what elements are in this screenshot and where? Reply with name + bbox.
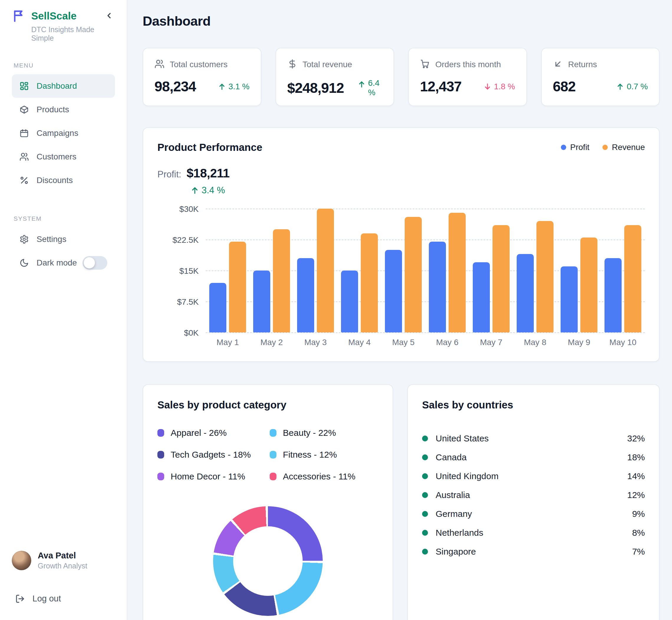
category-legend-item-beauty[interactable]: Beauty - 22%: [270, 428, 355, 438]
logout-icon: [15, 594, 25, 604]
brand-name: SellScale: [31, 10, 76, 22]
bar-revenue: [273, 229, 290, 332]
sidebar-item-products[interactable]: Products: [12, 98, 115, 121]
country-dot: [422, 454, 428, 460]
app-root: SellScale DTC Insights Made Simple MENU …: [0, 0, 672, 620]
sidebar-bottom: Ava Patel Growth Analyst Log out: [12, 551, 115, 604]
sidebar-item-dark-mode[interactable]: Dark mode: [12, 251, 115, 275]
x-tick-label: May 5: [381, 338, 425, 347]
category-legend-item-tech-gadgets[interactable]: Tech Gadgets - 18%: [157, 450, 251, 460]
percent-icon: [19, 175, 29, 185]
box-icon: [19, 105, 29, 114]
stat-label: Orders this month: [435, 60, 501, 69]
bar-profit: [341, 270, 358, 332]
countries-list: United States 32% Canada 18% United King…: [422, 429, 645, 561]
sidebar-item-label: Campaigns: [37, 128, 79, 138]
sidebar-item-campaigns[interactable]: Campaigns: [12, 121, 115, 145]
y-tick-label: $22.5K: [157, 236, 199, 245]
bar-revenue: [361, 234, 378, 332]
cart-icon: [420, 59, 430, 70]
chevron-left-icon: [105, 11, 113, 20]
legend-item-profit[interactable]: Profit: [561, 143, 589, 152]
dark-mode-toggle[interactable]: [83, 256, 107, 270]
bar-profit: [473, 262, 490, 332]
users-icon: [154, 59, 164, 70]
legend-label: Apparel - 26%: [171, 428, 227, 438]
country-dot: [422, 492, 428, 498]
bar-group-may-4: [338, 209, 381, 332]
legend-label: Fitness - 12%: [283, 450, 337, 460]
sidebar-collapse-button[interactable]: [103, 10, 115, 22]
country-row-singapore: Singapore 7%: [422, 542, 645, 561]
sidebar-item-customers[interactable]: Customers: [12, 145, 115, 168]
stats-row: Total customers 98,234 3.1 % Total reven…: [143, 48, 660, 106]
country-row-germany: Germany 9%: [422, 505, 645, 523]
bar-profit: [561, 266, 578, 332]
x-tick-label: May 2: [250, 338, 294, 347]
arrow-up-icon: [358, 80, 366, 88]
stat-label: Total revenue: [303, 60, 352, 69]
country-row-australia: Australia 12%: [422, 485, 645, 505]
category-legend-item-fitness[interactable]: Fitness - 12%: [270, 450, 355, 460]
country-name: Singapore: [435, 547, 476, 557]
bar-revenue: [229, 242, 246, 332]
arrow-up-icon: [191, 186, 199, 195]
sidebar-item-label: Customers: [37, 152, 76, 161]
gear-icon: [19, 235, 29, 244]
category-legend-item-apparel[interactable]: Apparel - 26%: [157, 428, 251, 438]
users-icon: [19, 152, 29, 161]
bar-profit: [385, 250, 402, 332]
donut-hole: [233, 526, 303, 596]
category-legend: Apparel - 26% Beauty - 22% Tech Gadgets …: [157, 428, 378, 481]
brand-tagline: DTC Insights Made Simple: [31, 25, 115, 42]
page-title: Dashboard: [143, 13, 660, 29]
category-legend-item-home-decor[interactable]: Home Decor - 11%: [157, 471, 251, 481]
legend-item-revenue[interactable]: Revenue: [603, 143, 645, 152]
country-value: 9%: [632, 509, 645, 519]
stat-card-total-revenue: Total revenue $248,912 6.4 %: [275, 48, 394, 106]
bar-revenue: [580, 238, 598, 332]
country-dot: [422, 435, 428, 442]
performance-legend: Profit Revenue: [561, 143, 645, 152]
stat-card-orders-this-month: Orders this month 12,437 1.8 %: [408, 48, 527, 106]
profit-label: Profit:: [157, 169, 181, 180]
country-name: Canada: [435, 452, 467, 462]
stat-label: Returns: [568, 60, 597, 69]
country-value: 7%: [632, 547, 645, 557]
category-sales-card: Sales by product category Apparel - 26% …: [143, 384, 393, 620]
x-tick-label: May 3: [294, 338, 338, 347]
category-legend-item-accessories[interactable]: Accessories - 11%: [270, 471, 355, 481]
country-value: 18%: [627, 452, 645, 462]
country-value: 12%: [627, 490, 645, 500]
bar-profit: [297, 258, 314, 332]
category-card-title: Sales by product category: [157, 399, 378, 411]
arrow-up-icon: [218, 83, 226, 91]
system-section-label: SYSTEM: [13, 215, 115, 222]
donut-chart: [213, 506, 323, 616]
sidebar-item-dashboard[interactable]: Dashboard: [12, 74, 115, 98]
sidebar-item-settings[interactable]: Settings: [12, 227, 115, 251]
user-role: Growth Analyst: [38, 562, 87, 570]
sidebar-system: Settings Dark mode: [12, 227, 115, 275]
bottom-row: Sales by product category Apparel - 26% …: [143, 384, 660, 620]
bar-revenue: [317, 209, 334, 332]
main-content: Dashboard Total customers 98,234 3.1 % T…: [127, 0, 672, 620]
profit-value: $18,211: [187, 166, 229, 180]
legend-swatch: [270, 429, 276, 437]
country-dot: [422, 530, 428, 536]
legend-label: Profit: [570, 143, 589, 152]
country-sales-card: Sales by countries United States 32% Can…: [407, 384, 660, 620]
legend-label: Home Decor - 11%: [171, 471, 245, 481]
dollar-icon: [288, 59, 297, 70]
sidebar-item-discounts[interactable]: Discounts: [12, 168, 115, 192]
moon-icon: [19, 258, 29, 268]
logout-button[interactable]: Log out: [12, 594, 115, 604]
country-value: 8%: [632, 528, 645, 538]
user-profile[interactable]: Ava Patel Growth Analyst: [12, 551, 115, 570]
bars-area: [206, 209, 645, 332]
bar-revenue: [405, 217, 422, 332]
sidebar-item-label: Dashboard: [37, 81, 77, 91]
bar-chart: $30K$22.5K$15K$7.5K$0K: [206, 209, 645, 332]
x-tick-label: May 6: [425, 338, 469, 347]
bar-group-may-1: [206, 209, 250, 332]
